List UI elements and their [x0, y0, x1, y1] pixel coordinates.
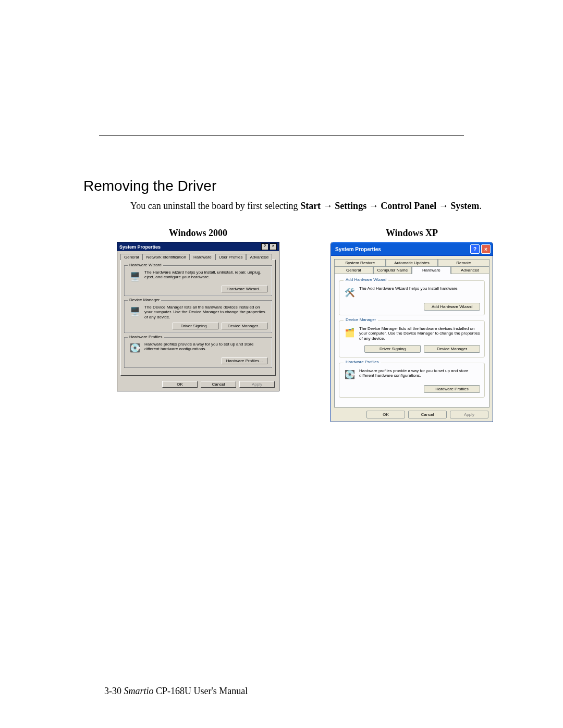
manual-name: CP-168U User's Manual: [154, 686, 248, 696]
group-desc: Hardware profiles provide a way for you …: [144, 342, 267, 351]
tab-system-restore[interactable]: System Restore: [334, 259, 386, 266]
device-manager-icon: 🖥️: [129, 305, 141, 317]
group-legend: Device Manager: [128, 298, 161, 302]
section-heading: Removing the Driver: [83, 178, 500, 194]
group-legend: Hardware Profiles: [344, 360, 381, 364]
group-desc: The Device Manager lists all the hardwar…: [144, 305, 267, 319]
group-hardware-wizard: Hardware Wizard 🖥️ The Hardware wizard h…: [124, 265, 272, 296]
hardware-profiles-icon: 💽: [129, 342, 141, 354]
page-footer: 3-30 Smartio CP-168U User's Manual: [104, 686, 248, 697]
dialog-button-row: OK Cancel Apply: [117, 379, 279, 391]
page-number: 3-30: [104, 686, 121, 696]
dialog-title: System Properties: [119, 244, 161, 250]
col-title-xp: Windows XP: [386, 228, 438, 239]
group-device-manager: Device Manager 🗂️ The Device Manager lis…: [339, 320, 485, 357]
tab-automatic-updates[interactable]: Automatic Updates: [386, 259, 437, 266]
group-hardware-profiles: Hardware Profiles 💽 Hardware profiles pr…: [339, 363, 485, 398]
tab-user-profiles[interactable]: User Profiles: [215, 254, 247, 260]
group-desc: Hardware profiles provide a way for you …: [359, 368, 480, 378]
intro-pre: You can uninstall the board by first sel…: [130, 201, 300, 211]
tab-advanced[interactable]: Advanced: [451, 266, 490, 274]
tab-hardware[interactable]: Hardware: [412, 266, 451, 274]
column-win2000: Windows 2000 System Properties ? × Gener…: [109, 228, 287, 422]
tab-remote[interactable]: Remote: [438, 259, 489, 266]
driver-signing-button[interactable]: Driver Signing: [364, 345, 421, 353]
tab-panel: Add Hardware Wizard 🛠️ The Add Hardware …: [334, 274, 489, 408]
driver-signing-button[interactable]: Driver Signing...: [173, 323, 218, 329]
titlebar[interactable]: System Properties ? ×: [331, 242, 493, 256]
path-start: Start: [300, 201, 321, 211]
group-legend: Hardware Profiles: [128, 335, 164, 339]
close-button[interactable]: ×: [481, 244, 491, 254]
dialog-winxp: System Properties ? × System Restore Aut…: [331, 242, 493, 422]
tab-strip: General Network Identification Hardware …: [117, 251, 279, 260]
group-hardware-profiles: Hardware Profiles 💽 Hardware profiles pr…: [124, 337, 272, 368]
tab-computer-name[interactable]: Computer Name: [373, 266, 412, 274]
tab-network-id[interactable]: Network Identification: [142, 254, 189, 260]
help-button[interactable]: ?: [261, 243, 268, 250]
group-desc: The Device Manager lists all the hardwar…: [359, 326, 480, 341]
help-button[interactable]: ?: [470, 244, 480, 254]
titlebar[interactable]: System Properties ? ×: [117, 242, 279, 251]
tab-general[interactable]: General: [120, 254, 142, 260]
dialog-win2000: System Properties ? × General Network Id…: [117, 242, 279, 391]
col-title-w2k: Windows 2000: [169, 228, 227, 239]
tab-advanced[interactable]: Advanced: [246, 254, 272, 260]
close-button[interactable]: ×: [270, 243, 277, 250]
hardware-profiles-icon: 💽: [344, 368, 356, 381]
path-control-panel: Control Panel: [381, 201, 436, 211]
apply-button[interactable]: Apply: [239, 381, 275, 388]
group-device-manager: Device Manager 🖥️ The Device Manager lis…: [124, 300, 272, 333]
group-desc: The Hardware wizard helps you install, u…: [144, 270, 267, 279]
arrow-icon: →: [369, 201, 378, 211]
column-winxp: Windows XP System Properties ? × System …: [323, 228, 500, 422]
arrow-icon: →: [439, 201, 448, 211]
top-rule: [99, 135, 464, 136]
add-hardware-wizard-button[interactable]: Add Hardware Wizard: [424, 303, 480, 311]
device-manager-button[interactable]: Device Manager: [424, 345, 480, 353]
tab-hardware[interactable]: Hardware: [190, 254, 215, 260]
tab-row-2: General Computer Name Hardware Advanced: [334, 266, 489, 274]
hardware-profiles-button[interactable]: Hardware Profiles...: [222, 357, 267, 364]
dialog-title: System Properties: [335, 246, 381, 252]
tab-panel: Hardware Wizard 🖥️ The Hardware wizard h…: [120, 260, 276, 376]
group-legend: Hardware Wizard: [128, 263, 163, 267]
cancel-button[interactable]: Cancel: [201, 381, 236, 388]
apply-button[interactable]: Apply: [450, 411, 488, 418]
group-add-hardware-wizard: Add Hardware Wizard 🛠️ The Add Hardware …: [339, 280, 485, 315]
device-manager-icon: 🗂️: [344, 326, 356, 339]
device-manager-button[interactable]: Device Manager...: [222, 323, 267, 329]
dialog-button-row: OK Cancel Apply: [334, 408, 489, 418]
tab-general[interactable]: General: [334, 266, 373, 274]
add-hardware-icon: 🛠️: [344, 286, 356, 299]
hardware-wizard-button[interactable]: Hardware Wizard...: [222, 286, 267, 292]
group-legend: Add Hardware Wizard: [344, 277, 388, 282]
hardware-profiles-button[interactable]: Hardware Profiles: [424, 385, 480, 393]
arrow-icon: →: [323, 201, 333, 211]
group-legend: Device Manager: [344, 317, 378, 322]
ok-button[interactable]: OK: [366, 411, 405, 418]
hardware-wizard-icon: 🖥️: [129, 270, 141, 282]
group-desc: The Add Hardware Wizard helps you instal…: [359, 286, 459, 291]
ok-button[interactable]: OK: [162, 381, 198, 388]
brand-name: Smartio: [124, 686, 154, 696]
tab-row-1: System Restore Automatic Updates Remote: [334, 259, 489, 266]
cancel-button[interactable]: Cancel: [408, 411, 447, 418]
path-settings: Settings: [335, 201, 366, 211]
intro-text: You can uninstall the board by first sel…: [130, 200, 500, 212]
path-system: System: [450, 201, 479, 211]
